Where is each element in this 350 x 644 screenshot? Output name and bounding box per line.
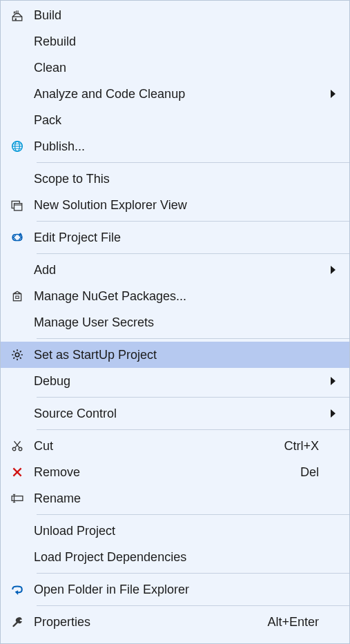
menu-separator — [37, 573, 349, 574]
menu-item-newview[interactable]: New Solution Explorer View — [1, 192, 349, 218]
menu-item-label: Unload Project — [34, 524, 319, 538]
menu-item-label: Source Control — [34, 407, 319, 421]
menu-item-sourcecontrol[interactable]: Source Control — [1, 400, 349, 427]
svg-rect-12 — [16, 296, 19, 298]
menu-item-label: Rebuild — [34, 35, 319, 49]
menu-separator — [37, 514, 349, 515]
menu-item-label: Load Project Dependencies — [34, 550, 319, 565]
submenu-arrow-icon — [331, 409, 336, 418]
publish-icon — [10, 139, 24, 153]
menu-separator — [37, 338, 349, 339]
svg-rect-20 — [12, 496, 23, 501]
menu-item-analyze[interactable]: Analyze and Code Cleanup — [1, 81, 349, 107]
submenu-arrow-icon — [331, 377, 336, 385]
menu-item-label: Open Folder in File Explorer — [34, 583, 319, 597]
menu-item-openfolder[interactable]: Open Folder in File Explorer — [1, 576, 349, 603]
menu-item-pack[interactable]: Pack — [1, 107, 349, 133]
menu-item-properties[interactable]: PropertiesAlt+Enter — [1, 609, 349, 635]
svg-rect-1 — [15, 19, 17, 21]
gear-icon — [10, 348, 24, 362]
menu-item-label: Pack — [34, 113, 319, 128]
menu-item-startup[interactable]: Set as StartUp Project — [1, 342, 349, 368]
new-view-icon — [10, 198, 24, 212]
menu-item-editproj[interactable]: Edit Project File — [1, 224, 349, 251]
menu-item-label: Scope to This — [34, 172, 319, 186]
menu-item-label: Publish... — [34, 139, 319, 154]
svg-rect-8 — [14, 204, 22, 211]
menu-item-clean[interactable]: Clean — [1, 55, 349, 81]
menu-item-publish[interactable]: Publish... — [1, 133, 349, 159]
menu-item-label: Properties — [34, 615, 267, 630]
menu-item-shortcut: Del — [300, 465, 324, 480]
svg-rect-0 — [12, 17, 22, 21]
menu-separator — [37, 397, 349, 398]
menu-item-label: Debug — [34, 374, 319, 389]
menu-item-rename[interactable]: Rename — [1, 485, 349, 511]
menu-item-add[interactable]: Add — [1, 257, 349, 283]
menu-separator — [37, 253, 349, 254]
svg-line-16 — [15, 441, 21, 448]
menu-item-rebuild[interactable]: Rebuild — [1, 28, 349, 55]
edit-proj-icon — [10, 231, 24, 244]
menu-item-cut[interactable]: CutCtrl+X — [1, 433, 349, 459]
menu-item-nuget[interactable]: Manage NuGet Packages... — [1, 283, 349, 309]
svg-rect-11 — [13, 294, 21, 301]
menu-item-shortcut: Alt+Enter — [267, 615, 324, 630]
menu-separator — [37, 605, 349, 606]
menu-separator — [37, 221, 349, 222]
rename-icon — [10, 491, 24, 505]
menu-separator — [37, 429, 349, 430]
menu-item-unload[interactable]: Unload Project — [1, 518, 349, 544]
cut-icon — [10, 439, 24, 453]
svg-marker-24 — [15, 590, 19, 595]
submenu-arrow-icon — [331, 90, 336, 98]
svg-line-17 — [14, 441, 20, 448]
menu-item-label: Rename — [34, 491, 319, 506]
menu-item-remove[interactable]: RemoveDel — [1, 459, 349, 485]
menu-item-scope[interactable]: Scope to This — [1, 166, 349, 192]
menu-item-label: Clean — [34, 61, 319, 75]
menu-item-build[interactable]: Build — [1, 2, 349, 28]
svg-point-13 — [15, 353, 19, 357]
menu-item-label: Cut — [34, 439, 284, 453]
menu-item-shortcut: Ctrl+X — [284, 439, 324, 453]
menu-item-label: Build — [34, 8, 319, 23]
wrench-icon — [10, 615, 24, 629]
menu-item-debug[interactable]: Debug — [1, 368, 349, 394]
remove-icon — [10, 465, 24, 479]
menu-item-label: New Solution Explorer View — [34, 198, 319, 213]
menu-item-label: Manage User Secrets — [34, 315, 319, 330]
menu-item-label: Edit Project File — [34, 231, 319, 245]
menu-item-label: Remove — [34, 465, 300, 480]
build-icon — [10, 8, 24, 22]
menu-item-label: Analyze and Code Cleanup — [34, 87, 319, 101]
open-folder-icon — [10, 583, 24, 596]
menu-item-label: Add — [34, 263, 319, 277]
nuget-icon — [10, 289, 24, 303]
menu-item-loaddeps[interactable]: Load Project Dependencies — [1, 544, 349, 570]
menu-item-label: Set as StartUp Project — [34, 348, 319, 362]
submenu-arrow-icon — [331, 266, 336, 274]
menu-item-secrets[interactable]: Manage User Secrets — [1, 309, 349, 335]
menu-item-label: Manage NuGet Packages... — [34, 289, 319, 304]
menu-separator — [37, 162, 349, 163]
context-menu: BuildRebuildCleanAnalyze and Code Cleanu… — [0, 0, 350, 644]
